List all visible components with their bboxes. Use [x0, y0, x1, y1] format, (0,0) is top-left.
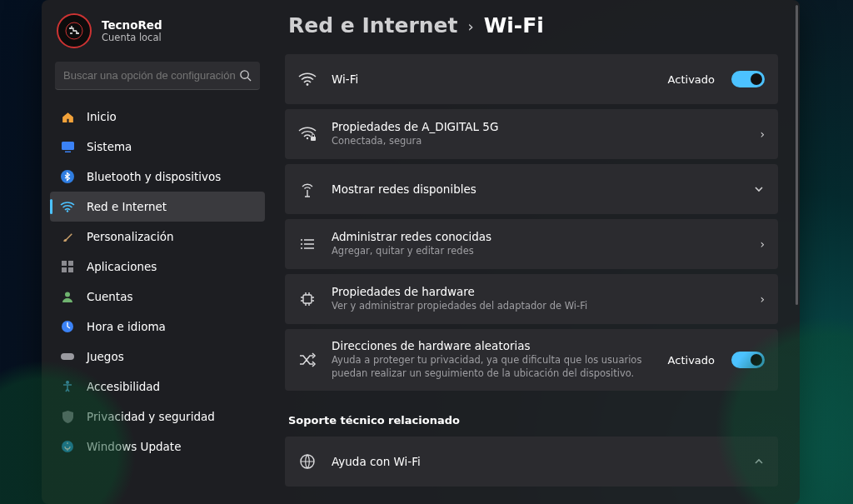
card-subtitle: Agregar, quitar y editar redes: [332, 245, 648, 258]
card-subtitle: Ver y administrar propiedades del adapta…: [332, 300, 648, 313]
sidebar-nav: Inicio Sistema Bluetooth y dispositivos …: [45, 100, 270, 463]
card-title: Ayuda con Wi-Fi: [332, 455, 738, 468]
shuffle-icon: [298, 352, 317, 367]
card-random-mac[interactable]: Direcciones de hardware aleatorias Ayuda…: [285, 329, 778, 391]
sidebar-item-label: Bluetooth y dispositivos: [87, 170, 221, 183]
profile-subtitle: Cuenta local: [102, 32, 162, 43]
bluetooth-icon: [60, 169, 75, 184]
svg-rect-8: [62, 261, 67, 266]
settings-window: TecnoRed Cuenta local Inicio Sistema Blu…: [42, 0, 800, 504]
svg-point-1: [69, 27, 71, 29]
svg-rect-14: [61, 353, 74, 360]
sidebar-item-label: Accesibilidad: [87, 380, 160, 393]
support-heading: Soporte técnico relacionado: [285, 396, 778, 437]
chevron-right-icon: ›: [760, 292, 765, 306]
sidebar-item-red[interactable]: Red e Internet: [50, 192, 265, 222]
card-title: Propiedades de hardware: [332, 285, 745, 298]
sidebar-item-update[interactable]: Windows Update: [50, 432, 265, 462]
svg-rect-10: [62, 267, 67, 272]
avatar-circuit-icon: [64, 21, 84, 41]
card-title: Direcciones de hardware aleatorias: [332, 339, 653, 352]
randmac-toggle[interactable]: [731, 352, 765, 368]
globe-help-icon: [298, 453, 317, 470]
chevron-up-icon: [753, 456, 765, 467]
sidebar-item-label: Inicio: [87, 110, 117, 123]
card-title: Wi-Fi: [332, 72, 653, 86]
sidebar-item-label: Juegos: [87, 350, 124, 363]
search-box[interactable]: [55, 62, 260, 90]
svg-rect-11: [68, 267, 73, 272]
accounts-icon: [60, 289, 75, 304]
accessibility-icon: [60, 379, 75, 394]
list-icon: [298, 237, 317, 251]
sidebar: TecnoRed Cuenta local Inicio Sistema Blu…: [42, 0, 273, 504]
home-icon: [60, 109, 75, 124]
wifi-status-label: Activado: [668, 73, 715, 86]
breadcrumb-current: Wi-Fi: [484, 13, 544, 37]
breadcrumb: Red e Internet › Wi-Fi: [285, 12, 778, 54]
sidebar-item-label: Windows Update: [87, 440, 181, 453]
svg-rect-4: [62, 142, 74, 150]
profile-name: TecnoRed: [102, 18, 162, 32]
system-icon: [60, 139, 75, 154]
card-title: Propiedades de A_DIGITAL 5G: [332, 120, 745, 133]
chevron-right-icon: ›: [760, 127, 765, 141]
sidebar-item-label: Cuentas: [87, 290, 132, 303]
card-known-networks[interactable]: Administrar redes conocidas Agregar, qui…: [285, 219, 778, 269]
svg-point-15: [66, 381, 69, 384]
card-subtitle: Conectada, segura: [332, 135, 648, 148]
svg-rect-9: [68, 261, 73, 266]
sidebar-item-sistema[interactable]: Sistema: [50, 132, 265, 162]
breadcrumb-parent[interactable]: Red e Internet: [288, 13, 458, 37]
sidebar-item-label: Aplicaciones: [87, 260, 157, 273]
card-network-properties[interactable]: Propiedades de A_DIGITAL 5G Conectada, s…: [285, 109, 778, 159]
network-icon: [60, 199, 75, 214]
card-title: Administrar redes conocidas: [332, 230, 745, 243]
svg-point-18: [307, 137, 308, 139]
sidebar-item-personalizacion[interactable]: Personalización: [50, 222, 265, 252]
chevron-right-icon: ›: [468, 17, 474, 35]
svg-point-3: [241, 71, 248, 78]
chevron-down-icon: [753, 183, 765, 195]
svg-rect-5: [65, 151, 71, 152]
search-icon: [239, 69, 252, 82]
sidebar-item-aplicaciones[interactable]: Aplicaciones: [50, 252, 265, 282]
brush-icon: [60, 229, 75, 244]
svg-point-17: [307, 83, 309, 86]
sidebar-item-label: Personalización: [87, 230, 174, 243]
randmac-status-label: Activado: [668, 354, 715, 367]
sidebar-item-label: Sistema: [87, 140, 132, 153]
apps-icon: [60, 259, 75, 274]
sidebar-item-cuentas[interactable]: Cuentas: [50, 282, 265, 312]
profile-block[interactable]: TecnoRed Cuenta local: [45, 3, 270, 60]
gamepad-icon: [60, 349, 75, 364]
avatar: [57, 13, 92, 48]
sidebar-item-juegos[interactable]: Juegos: [50, 342, 265, 372]
svg-point-2: [77, 32, 79, 34]
sidebar-item-bluetooth[interactable]: Bluetooth y dispositivos: [50, 162, 265, 192]
search-input[interactable]: [63, 69, 239, 82]
wifi-lock-icon: [298, 126, 317, 142]
sidebar-item-label: Red e Internet: [87, 200, 167, 213]
wifi-icon: [298, 72, 317, 87]
card-subtitle: Ayuda a proteger tu privacidad, ya que d…: [332, 354, 648, 380]
card-show-networks[interactable]: Mostrar redes disponibles: [285, 164, 778, 214]
sidebar-item-privacidad[interactable]: Privacidad y seguridad: [50, 402, 265, 432]
wifi-toggle[interactable]: [731, 71, 765, 87]
sidebar-item-label: Hora e idioma: [87, 320, 166, 333]
sidebar-item-inicio[interactable]: Inicio: [50, 102, 265, 132]
svg-point-7: [67, 210, 68, 212]
card-hardware-properties[interactable]: Propiedades de hardware Ver y administra…: [285, 274, 778, 324]
update-icon: [60, 439, 75, 454]
sidebar-item-label: Privacidad y seguridad: [87, 410, 215, 423]
main-panel: Red e Internet › Wi-Fi Wi-Fi Activado Pr…: [273, 0, 800, 504]
svg-rect-20: [303, 295, 312, 303]
card-wifi-toggle[interactable]: Wi-Fi Activado: [285, 54, 778, 104]
card-title: Mostrar redes disponibles: [332, 182, 738, 196]
card-help-wifi[interactable]: Ayuda con Wi-Fi: [285, 437, 778, 487]
chip-icon: [298, 291, 317, 307]
sidebar-item-accesibilidad[interactable]: Accesibilidad: [50, 372, 265, 402]
sidebar-item-hora[interactable]: Hora e idioma: [50, 312, 265, 342]
svg-point-12: [65, 292, 70, 297]
shield-icon: [60, 409, 75, 424]
